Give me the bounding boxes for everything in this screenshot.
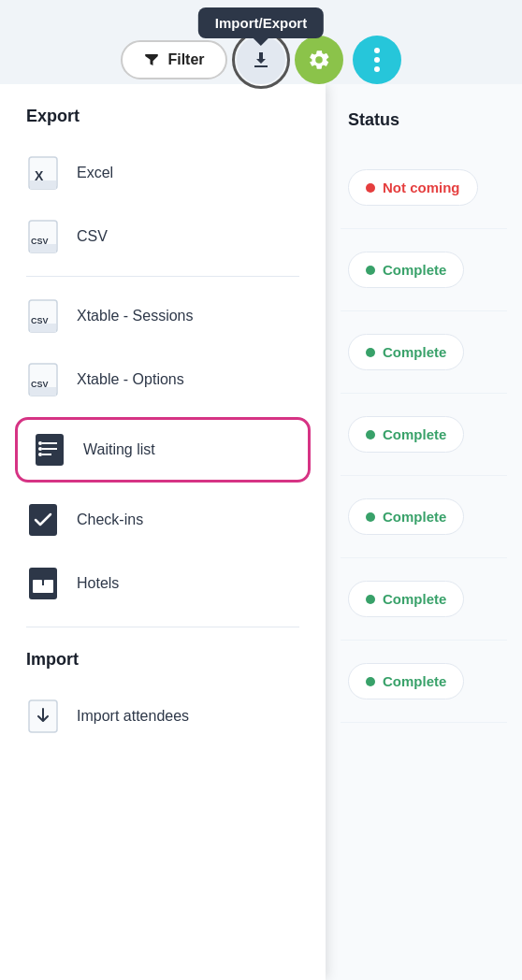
complete-label-6: Complete (383, 673, 446, 689)
gear-icon (307, 48, 331, 72)
checkins-icon (26, 503, 60, 537)
menu-item-checkins[interactable]: Check-ins (0, 488, 326, 552)
menu-item-import-attendees[interactable]: Import attendees (0, 685, 326, 748)
svg-rect-5 (30, 180, 56, 189)
xtable-sessions-label: Xtable - Sessions (77, 308, 194, 324)
dot-green-6 (366, 677, 375, 686)
divider-2 (26, 627, 299, 627)
status-panel: Status Not coming Complete Complet (326, 84, 522, 980)
status-badge-complete-2: Complete (348, 334, 464, 370)
svg-point-0 (374, 48, 380, 53)
dot-green-3 (366, 430, 375, 440)
download-icon (250, 49, 272, 71)
svg-point-20 (38, 447, 42, 451)
svg-rect-25 (33, 580, 42, 587)
complete-label-5: Complete (383, 591, 446, 607)
svg-rect-22 (29, 504, 57, 536)
hotels-label: Hotels (77, 575, 119, 592)
svg-point-2 (374, 66, 380, 72)
more-options-button[interactable] (353, 36, 401, 84)
menu-item-xtable-sessions[interactable]: CSV Xtable - Sessions (0, 284, 326, 348)
hotels-icon (26, 567, 60, 600)
menu-item-hotels[interactable]: Hotels (0, 552, 326, 615)
waiting-list-icon (33, 433, 66, 467)
svg-rect-8 (30, 244, 56, 252)
status-header: Status (341, 84, 507, 147)
dot-green-1 (366, 266, 375, 275)
status-badge-complete-5: Complete (348, 581, 464, 617)
menu-item-excel[interactable]: X Excel (0, 141, 326, 205)
status-row-0: Not coming (341, 147, 507, 229)
filter-button[interactable]: Filter (121, 40, 226, 79)
svg-point-21 (38, 453, 42, 456)
divider-1 (26, 276, 299, 277)
filter-icon (143, 51, 160, 68)
status-row-1: Complete (341, 229, 507, 311)
waiting-list-label: Waiting list (83, 441, 155, 458)
status-badge-complete-6: Complete (348, 663, 464, 699)
menu-item-waiting-list[interactable]: Waiting list (15, 417, 311, 483)
xtable-sessions-icon: CSV (26, 299, 60, 333)
dot-green-4 (366, 512, 375, 522)
complete-label-3: Complete (383, 426, 446, 442)
dropdown-panel: Export X Excel CSV CSV (0, 84, 326, 980)
import-section-title: Import (0, 635, 326, 685)
svg-rect-26 (44, 580, 53, 587)
excel-icon: X (26, 156, 60, 190)
csv-file-icon: CSV (26, 220, 60, 253)
svg-point-1 (374, 57, 380, 63)
complete-label-2: Complete (383, 344, 446, 360)
ellipsis-icon (373, 47, 381, 73)
svg-rect-11 (30, 324, 56, 332)
import-export-tooltip: Import/Export (198, 7, 324, 38)
status-rows: Not coming Complete Complete Co (341, 147, 507, 723)
status-badge-complete-4: Complete (348, 498, 464, 535)
svg-rect-14 (30, 387, 56, 396)
status-row-2: Complete (341, 311, 507, 394)
not-coming-label: Not coming (383, 180, 460, 195)
svg-point-19 (38, 441, 42, 445)
excel-label: Excel (77, 165, 113, 181)
status-badge-not-coming: Not coming (348, 169, 478, 206)
complete-label-4: Complete (383, 509, 446, 525)
status-badge-complete-1: Complete (348, 252, 464, 288)
settings-button[interactable] (295, 36, 343, 84)
import-attendees-icon (26, 699, 60, 733)
xtable-options-label: Xtable - Options (77, 371, 184, 388)
status-row-6: Complete (341, 641, 507, 723)
xtable-options-icon: CSV (26, 363, 60, 396)
dot-green-2 (366, 348, 375, 357)
complete-label-1: Complete (383, 262, 446, 278)
filter-label: Filter (167, 51, 204, 68)
dot-green-5 (366, 595, 375, 604)
export-section-title: Export (0, 107, 326, 141)
import-attendees-label: Import attendees (77, 708, 189, 725)
csv-label: CSV (77, 228, 108, 245)
status-row-3: Complete (341, 394, 507, 476)
status-badge-complete-3: Complete (348, 416, 464, 453)
menu-item-csv[interactable]: CSV CSV (0, 205, 326, 268)
dot-red (366, 183, 375, 193)
status-row-4: Complete (341, 476, 507, 558)
status-row-5: Complete (341, 558, 507, 641)
menu-item-xtable-options[interactable]: CSV Xtable - Options (0, 348, 326, 411)
checkins-label: Check-ins (77, 512, 143, 528)
